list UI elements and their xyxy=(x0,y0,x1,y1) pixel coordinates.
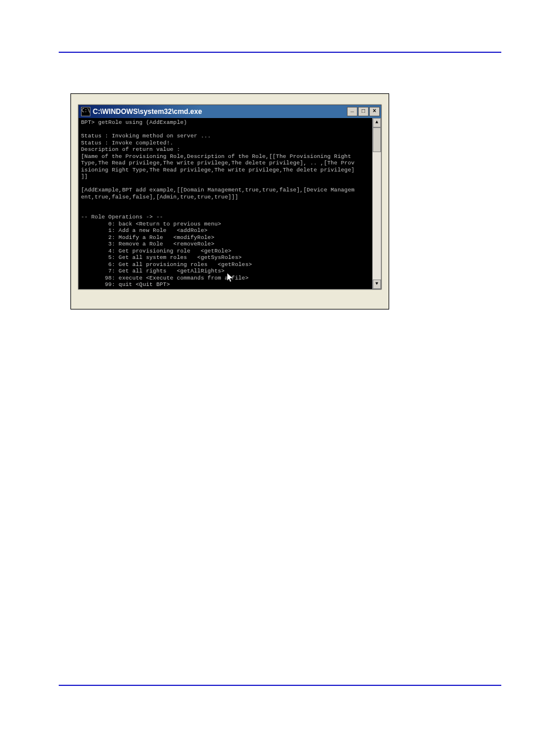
terminal-line: 98: execute <Execute commands from a fil… xyxy=(81,275,249,281)
scroll-track[interactable] xyxy=(373,127,381,280)
terminal-line: Status : Invoking method on server ... xyxy=(81,133,211,139)
title-left: C:\ C:\WINDOWS\system32\cmd.exe xyxy=(81,107,202,116)
terminal-line: Description of return value : xyxy=(81,146,180,153)
titlebar[interactable]: C:\ C:\WINDOWS\system32\cmd.exe xyxy=(79,105,381,118)
close-button[interactable] xyxy=(369,107,380,116)
window-title: C:\WINDOWS\system32\cmd.exe xyxy=(93,107,202,116)
terminal-line: Status : Invoke completed!. xyxy=(81,140,173,146)
terminal-line: 3: Remove a Role <removeRole> xyxy=(81,241,214,247)
vertical-scrollbar[interactable]: ▲ ▼ xyxy=(372,118,381,289)
minimize-button[interactable] xyxy=(347,107,357,116)
maximize-button[interactable] xyxy=(358,107,369,116)
terminal-line: [AddExample,BPT add example,[[Domain Man… xyxy=(81,187,355,193)
terminal-body[interactable]: BPT> getRole using (AddExample) Status :… xyxy=(79,118,381,289)
terminal-line: 4: Get provisioning role <getRole> xyxy=(81,248,231,254)
terminal-line: ]] xyxy=(81,173,88,180)
scroll-up-arrow-icon[interactable]: ▲ xyxy=(373,118,381,127)
terminal-line: -- Role Operations -> -- xyxy=(81,214,163,220)
scroll-down-arrow-icon[interactable]: ▼ xyxy=(373,280,381,289)
cmd-window: C:\ C:\WINDOWS\system32\cmd.exe BPT> get… xyxy=(78,105,382,290)
scroll-thumb[interactable] xyxy=(373,127,381,152)
cmd-icon: C:\ xyxy=(81,107,90,116)
terminal-line: 99: quit <Quit BPT> xyxy=(81,281,170,288)
terminal-line: 5: Get all system roles <getSysRoles> xyxy=(81,254,242,261)
top-horizontal-rule xyxy=(59,52,501,53)
terminal-line: ent,true,false,false],[Admin,true,true,t… xyxy=(81,194,238,200)
terminal-line: isioning Right Type,The Read privilege,T… xyxy=(81,167,355,173)
figure-frame: C:\ C:\WINDOWS\system32\cmd.exe BPT> get… xyxy=(70,93,389,309)
terminal-line: Type,The Read privilege,The write privil… xyxy=(81,160,355,166)
window-controls xyxy=(347,107,380,116)
terminal-line: [Name of the Provisioning Role,Descripti… xyxy=(81,153,351,160)
bottom-horizontal-rule xyxy=(59,685,501,686)
terminal-line: 7: Get all rights <getAllRights> xyxy=(81,268,225,274)
terminal-line: 6: Get all provisioning roles <getRoles> xyxy=(81,261,252,268)
terminal-line: BPT> getRole using (AddExample) xyxy=(81,119,187,126)
terminal-line: 0: back <Return to previous menu> xyxy=(81,221,221,227)
terminal-line: 1: Add a new Role <addRole> xyxy=(81,227,208,234)
terminal-line: 2: Modify a Role <modifyRole> xyxy=(81,234,214,241)
